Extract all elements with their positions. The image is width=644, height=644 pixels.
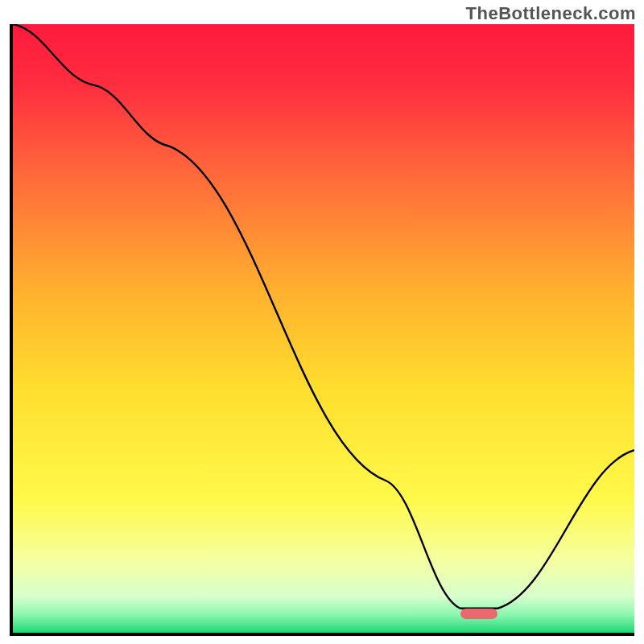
bottleneck-curve	[13, 24, 634, 633]
plot-area	[10, 24, 634, 636]
chart-container: TheBottleneck.com	[0, 0, 644, 644]
curve-path	[13, 24, 634, 609]
sweet-spot-marker	[460, 609, 497, 619]
watermark-text: TheBottleneck.com	[466, 3, 636, 24]
